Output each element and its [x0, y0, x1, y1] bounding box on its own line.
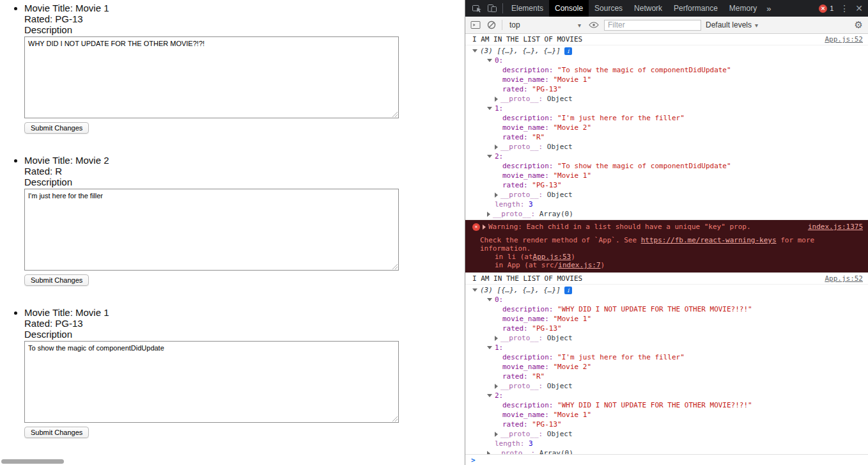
tab-elements[interactable]: Elements	[506, 0, 549, 17]
length-key: length:	[495, 200, 529, 209]
error-stack-row: in li (at App.js:53)	[465, 253, 868, 261]
tab-memory[interactable]: Memory	[724, 0, 763, 17]
info-icon[interactable]: i	[564, 287, 572, 294]
error-url-link[interactable]: https://fb.me/react-warning-keys	[641, 236, 777, 244]
tab-sources[interactable]: Sources	[589, 0, 628, 17]
console-prompt[interactable]: >	[465, 454, 868, 465]
array-preview-row: (3) [{…}, {…}, {…}]i	[465, 285, 868, 295]
property-value: "R"	[532, 372, 545, 381]
collapse-arrow-icon[interactable]	[487, 155, 492, 158]
proto-key: __proto__:	[500, 190, 547, 200]
length-value: 3	[529, 200, 533, 209]
array-length-row: length: 3	[465, 200, 868, 209]
tab-performance[interactable]: Performance	[668, 0, 724, 17]
expand-arrow-icon[interactable]	[495, 145, 498, 150]
proto-row: __proto__: Object	[465, 190, 868, 200]
submit-changes-button[interactable]: Submit Changes	[24, 427, 89, 438]
clear-console-icon[interactable]	[486, 20, 497, 30]
source-link[interactable]: App.js:52	[825, 274, 863, 283]
console-error-message: ✕Warning: Each child in a list should ha…	[465, 220, 868, 273]
javascript-context-selector[interactable]: top ▾	[507, 19, 584, 31]
property-value: "PG-13"	[532, 84, 561, 94]
array-length-row: length: 3	[465, 439, 868, 448]
react-app-pane: Movie Title: Movie 1Rated: PG-13Descript…	[0, 0, 465, 465]
proto-key: __proto__:	[493, 448, 539, 454]
collapse-arrow-icon[interactable]	[487, 346, 492, 349]
object-property-row: description: "WHY DID I NOT UPDATE FOR T…	[465, 304, 868, 314]
live-expression-eye-icon[interactable]	[588, 20, 600, 30]
inspect-element-icon[interactable]	[469, 1, 484, 16]
error-count-badge[interactable]: ✕ 1	[819, 4, 833, 13]
collapse-arrow-icon[interactable]	[487, 394, 492, 397]
submit-changes-button[interactable]: Submit Changes	[24, 122, 89, 134]
collapse-arrow-icon[interactable]	[487, 59, 492, 62]
property-key: movie_name:	[502, 171, 553, 180]
log-row: I AM IN THE LIST OF MOVIESApp.js:52	[465, 35, 868, 44]
stack-text: )	[601, 261, 605, 269]
array-index-row: 2:	[465, 391, 868, 400]
source-link[interactable]: App.js:52	[825, 35, 863, 44]
source-link[interactable]: index.js:1375	[808, 223, 863, 231]
collapse-arrow-icon[interactable]	[487, 107, 492, 110]
property-value: "Movie 1"	[553, 314, 591, 324]
devtools-menu-icon[interactable]: ⋮	[840, 3, 849, 13]
submit-changes-button[interactable]: Submit Changes	[24, 274, 89, 286]
device-toolbar-icon[interactable]	[484, 1, 500, 16]
property-key: description:	[502, 113, 557, 123]
error-body-text: Check the render method of `App`. See	[480, 236, 641, 244]
proto-row: __proto__: Object	[465, 142, 868, 152]
array-index-row: 0:	[465, 295, 868, 304]
stack-text: in li (at	[495, 253, 533, 261]
expand-arrow-icon[interactable]	[495, 432, 498, 437]
expand-arrow-icon[interactable]	[495, 336, 498, 341]
error-icon: ✕	[472, 223, 480, 231]
stack-source-link[interactable]: App.js:53	[533, 253, 571, 261]
expand-arrow-icon[interactable]	[495, 97, 498, 102]
collapse-arrow-icon[interactable]	[472, 49, 477, 52]
horizontal-scrollbar-thumb[interactable]	[1, 459, 64, 464]
error-title-row: ✕Warning: Each child in a list should ha…	[465, 223, 868, 231]
info-icon[interactable]: i	[564, 47, 572, 55]
proto-row: __proto__: Object	[465, 381, 868, 391]
proto-value: Object	[547, 381, 573, 391]
log-text: I AM IN THE LIST OF MOVIES	[472, 35, 582, 44]
object-property-row: description: "WHY DID I NOT UPDATE FOR T…	[465, 400, 868, 410]
property-key: movie_name:	[502, 362, 553, 372]
settings-gear-icon[interactable]: ⚙	[855, 19, 863, 31]
proto-key: __proto__:	[500, 333, 547, 343]
chevron-down-icon: ▾	[755, 22, 758, 29]
object-property-row: description: "I'm just here for the fill…	[465, 113, 868, 123]
object-property-row: description: "To show the magic of compo…	[465, 65, 868, 75]
movie-description-textarea[interactable]	[24, 189, 399, 271]
expand-arrow-icon[interactable]	[483, 225, 486, 230]
more-tabs-chevron-icon[interactable]: »	[763, 4, 775, 13]
index-key: 2:	[495, 152, 503, 161]
proto-value: Object	[547, 94, 573, 104]
movie-description-textarea[interactable]	[24, 341, 399, 423]
log-levels-selector[interactable]: Default levels ▾	[706, 20, 758, 29]
console-filter-input[interactable]	[604, 20, 701, 31]
expand-arrow-icon[interactable]	[495, 384, 498, 389]
property-key: movie_name:	[502, 75, 553, 84]
collapse-arrow-icon[interactable]	[472, 288, 477, 292]
object-property-row: rated: "PG-13"	[465, 180, 868, 190]
expand-arrow-icon[interactable]	[487, 212, 490, 217]
index-key: 0:	[495, 295, 503, 304]
tab-console[interactable]: Console	[549, 0, 589, 17]
property-key: movie_name:	[502, 123, 553, 132]
devtools-close-icon[interactable]: ✕	[855, 3, 863, 13]
console-log-message: I AM IN THE LIST OF MOVIESApp.js:52	[465, 273, 868, 285]
stack-source-link[interactable]: index.js:7	[558, 261, 600, 269]
tab-network[interactable]: Network	[628, 0, 668, 17]
object-property-row: description: "To show the magic of compo…	[465, 161, 868, 171]
movie-description-textarea[interactable]	[24, 36, 399, 118]
property-key: rated:	[502, 180, 532, 190]
expand-arrow-icon[interactable]	[495, 193, 498, 198]
collapse-arrow-icon[interactable]	[487, 298, 492, 301]
index-key: 2:	[495, 391, 503, 400]
array-index-row: 1:	[465, 104, 868, 113]
index-key: 1:	[495, 343, 503, 352]
console-sidebar-icon[interactable]	[470, 20, 481, 30]
index-key: 0:	[495, 56, 503, 65]
error-badge-icon: ✕	[819, 4, 827, 13]
